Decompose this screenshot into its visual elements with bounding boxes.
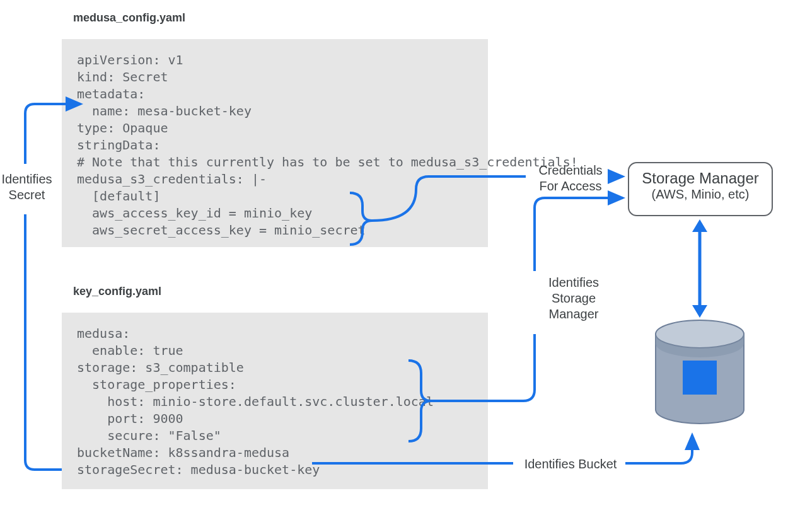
storage-manager-box: Storage Manager (AWS, Minio, etc): [628, 162, 773, 216]
svg-point-0: [656, 320, 744, 348]
annotation-identifies-bucket: Identifies Bucket: [517, 456, 624, 472]
arrow-identifies-secret: [25, 214, 62, 470]
code-block-medusa: apiVersion: v1 kind: Secret metadata: na…: [62, 39, 488, 247]
file-title-medusa: medusa_config.yaml: [73, 11, 185, 25]
database-cylinder-icon: [656, 320, 744, 424]
code-block-key: medusa: enable: true storage: s3_compati…: [62, 313, 488, 489]
arrow-double-head-down: [692, 305, 707, 318]
storage-manager-subtitle: (AWS, Minio, etc): [629, 187, 772, 202]
storage-manager-title: Storage Manager: [629, 170, 772, 187]
arrow-bucket: [625, 435, 692, 463]
file-title-key: key_config.yaml: [73, 285, 161, 298]
connector-storage-manager-2: [535, 198, 623, 271]
diagram-canvas: medusa_config.yaml apiVersion: v1 kind: …: [0, 0, 788, 532]
arrow-double-head-up: [692, 219, 707, 232]
svg-rect-1: [683, 361, 717, 395]
annotation-identifies-storage-manager: Identifies Storage Manager: [539, 275, 608, 322]
annotation-credentials: Credentials For Access: [530, 163, 611, 194]
annotation-identifies-secret: Identifies Secret: [0, 171, 54, 203]
